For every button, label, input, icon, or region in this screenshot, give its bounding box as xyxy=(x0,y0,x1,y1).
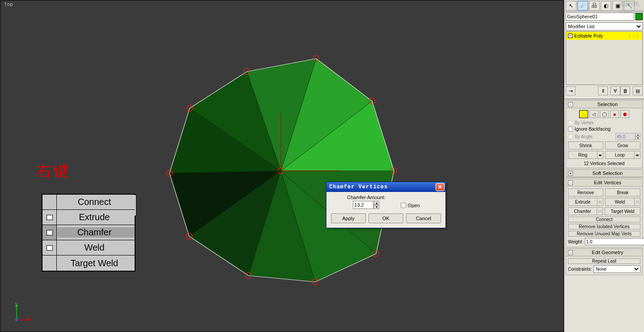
context-item-weld[interactable]: Weld xyxy=(42,240,135,255)
close-icon[interactable]: ✕ xyxy=(436,183,445,191)
command-panel: ↖ ☄ 品 ◐ ▣ 🔧 火星时代 www.hxsd.com Modifier L… xyxy=(564,0,644,332)
modifier-list-dropdown[interactable]: Modifier List xyxy=(566,22,643,30)
svg-rect-27 xyxy=(15,319,18,321)
spinner-up-icon: ▲ xyxy=(636,133,640,136)
axis-x-label: x xyxy=(28,315,31,322)
spinner-down-icon: ▼ xyxy=(636,136,640,140)
apply-button[interactable]: Apply xyxy=(331,213,366,223)
loop-button[interactable]: Loop xyxy=(605,151,634,159)
annotation-rightclick: 右键 xyxy=(36,161,70,181)
dialog-title: Chamfer Vertices xyxy=(329,184,436,190)
chamfer-button[interactable]: Chamfer xyxy=(568,207,597,215)
context-item-connect[interactable]: Connect xyxy=(42,195,135,210)
expand-icon[interactable]: + xyxy=(568,34,572,38)
connect-button[interactable]: Connect xyxy=(568,217,640,222)
create-tab-icon[interactable]: ↖ xyxy=(566,1,576,11)
context-item-label: Connect xyxy=(57,197,135,207)
context-item-chamfer[interactable]: Chamfer xyxy=(42,225,135,240)
repeat-last-button[interactable]: Repeat Last xyxy=(568,258,640,264)
soft-selection-rollup: + Soft Selection xyxy=(566,169,643,178)
chamfer-dialog: Chamfer Vertices ✕ Chamfer Amount: ▲ ▼ xyxy=(326,182,446,228)
break-button[interactable]: Break xyxy=(605,188,640,196)
by-angle-input xyxy=(615,133,635,140)
by-angle-checkbox xyxy=(568,134,573,139)
context-item-label: Extrude xyxy=(57,212,135,222)
shrink-button[interactable]: Shrink xyxy=(568,141,603,149)
chamfer-settings-icon[interactable]: □ xyxy=(597,207,603,215)
pin-stack-icon[interactable]: ⇥ xyxy=(566,86,576,95)
context-item-extrude[interactable]: Extrude xyxy=(42,210,135,225)
axis-gizmo: y x xyxy=(9,302,30,323)
chamfer-amount-label: Chamfer Amount: xyxy=(347,195,386,200)
chamfer-amount-input[interactable] xyxy=(353,201,373,209)
viewport[interactable]: Top y x 右键 ConnectExtrudeChamferWeldTarg… xyxy=(0,0,564,332)
vertex-subobject-icon[interactable]: ∴ xyxy=(579,110,588,118)
open-checkbox[interactable] xyxy=(401,203,406,208)
ring-button[interactable]: Ring xyxy=(568,151,597,159)
spinner-up-icon[interactable]: ▲ xyxy=(374,201,379,205)
collapse-icon[interactable]: - xyxy=(568,250,573,255)
ignore-backfacing-checkbox[interactable] xyxy=(568,127,573,132)
grow-button[interactable]: Grow xyxy=(605,141,640,149)
constraints-dropdown[interactable]: None xyxy=(593,265,640,273)
remove-button[interactable]: Remove xyxy=(568,188,603,196)
show-end-result-icon[interactable]: Ⅱ xyxy=(598,86,608,95)
edit-vertices-header[interactable]: - Edit Vertices xyxy=(566,179,642,187)
configure-sets-icon[interactable]: ▤ xyxy=(633,86,643,95)
remove-isolated-button[interactable]: Remove Isolated Vertices xyxy=(568,224,640,230)
soft-selection-header[interactable]: + Soft Selection xyxy=(566,170,642,177)
settings-box-icon[interactable] xyxy=(47,215,53,220)
cancel-button[interactable]: Cancel xyxy=(406,213,441,223)
utilities-tab-icon[interactable]: 🔧 xyxy=(624,1,635,11)
context-item-target-weld[interactable]: Target Weld xyxy=(42,255,135,271)
ok-button[interactable]: OK xyxy=(369,213,403,223)
remove-unused-button[interactable]: Remove Unused Map Verts xyxy=(568,231,640,237)
stack-item-editable-poly[interactable]: + Editable Poly ⋮·⋮ xyxy=(566,32,642,40)
element-subobject-icon[interactable]: ⬢ xyxy=(620,110,629,118)
by-vertex-checkbox xyxy=(568,120,573,125)
modify-tab-icon[interactable]: ☄ xyxy=(577,1,588,11)
command-panel-tabs: ↖ ☄ 品 ◐ ▣ 🔧 火星时代 www.hxsd.com xyxy=(564,0,644,12)
motion-tab-icon[interactable]: ◐ xyxy=(601,1,611,11)
remove-modifier-icon[interactable]: 🗑 xyxy=(620,86,630,95)
object-name-input[interactable] xyxy=(566,13,634,21)
weight-label: Weight: xyxy=(568,239,583,244)
edit-geometry-header[interactable]: - Edit Geometry xyxy=(566,249,642,256)
make-unique-icon[interactable]: ∀ xyxy=(610,86,620,95)
context-item-label: Weld xyxy=(57,243,135,253)
geosphere-mesh xyxy=(0,0,564,332)
ring-spinner-icon[interactable]: ◂▸ xyxy=(597,151,603,159)
context-menu: ConnectExtrudeChamferWeldTarget Weld xyxy=(42,194,136,272)
selection-header[interactable]: - Selection xyxy=(566,101,642,108)
hierarchy-tab-icon[interactable]: 品 xyxy=(589,1,600,11)
axis-y-label: y xyxy=(15,301,18,307)
loop-spinner-icon[interactable]: ◂▸ xyxy=(634,151,640,159)
weight-input[interactable] xyxy=(585,238,644,245)
selection-rollup: - Selection ∴ ◁ ◯ ■ ⬢ By Vertex Ignore B… xyxy=(566,100,643,168)
extrude-button[interactable]: Extrude xyxy=(568,198,597,206)
edge-subobject-icon[interactable]: ◁ xyxy=(589,110,598,118)
border-subobject-icon[interactable]: ◯ xyxy=(600,110,609,118)
weld-button[interactable]: Weld xyxy=(605,198,634,206)
polygon-subobject-icon[interactable]: ■ xyxy=(610,110,619,118)
settings-box-icon[interactable] xyxy=(47,230,53,235)
dialog-titlebar[interactable]: Chamfer Vertices ✕ xyxy=(326,182,445,192)
extrude-settings-icon[interactable]: □ xyxy=(597,198,603,206)
collapse-icon[interactable]: - xyxy=(568,102,573,107)
settings-box-icon[interactable] xyxy=(47,245,53,251)
expand-icon[interactable]: + xyxy=(568,171,573,176)
edit-vertices-rollup: - Edit Vertices Remove Break Extrude□ We… xyxy=(566,179,643,247)
target-weld-button[interactable]: Target Weld xyxy=(605,207,640,215)
open-label: Open xyxy=(408,203,420,208)
spinner-down-icon[interactable]: ▼ xyxy=(374,205,379,209)
weld-settings-icon[interactable]: □ xyxy=(634,198,640,206)
subobject-indicator-icon: ⋮·⋮ xyxy=(627,34,640,38)
context-item-label: Chamfer xyxy=(57,227,135,238)
collapse-icon[interactable]: - xyxy=(568,180,573,185)
constraints-label: Constraints: xyxy=(568,267,592,272)
modifier-stack[interactable]: + Editable Poly ⋮·⋮ xyxy=(566,31,643,85)
display-tab-icon[interactable]: ▣ xyxy=(612,1,623,11)
object-color-swatch[interactable] xyxy=(636,13,643,20)
selection-status: 12 Vertices Selected xyxy=(568,161,640,166)
context-item-label: Target Weld xyxy=(57,258,135,268)
